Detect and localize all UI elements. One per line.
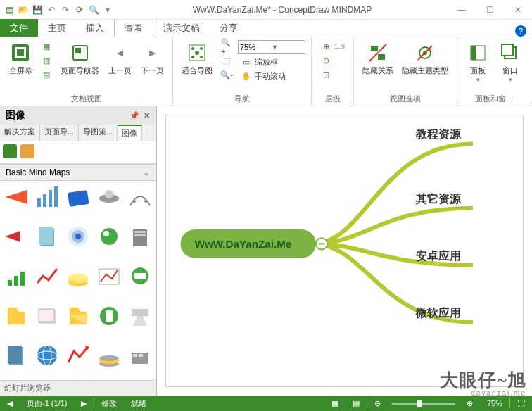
clip-item[interactable] [1,301,31,331]
fullscreen-button[interactable]: 全屏幕 [6,40,35,77]
sb-fit-icon[interactable]: ⛶ [510,396,532,411]
clip-item[interactable] [32,182,62,212]
svg-rect-40 [134,231,146,233]
tab-share[interactable]: 分享 [210,19,248,37]
branch-node[interactable]: 教程资源 [415,127,462,140]
prev-page-button[interactable]: ◀ 上一页 [105,40,134,77]
clip-item[interactable] [32,261,62,291]
sb-zoom-out-icon[interactable]: ⊖ [367,396,388,411]
clip-item[interactable] [94,341,124,370]
undo-icon[interactable]: ↶ [45,4,58,16]
panel-button[interactable]: 面板 ▾ [463,40,493,84]
sb-zoom-value[interactable]: 75% [480,396,509,411]
clip-item[interactable] [125,341,155,370]
next-page-button[interactable]: ▶ 下一页 [137,40,167,77]
clip-item[interactable] [125,222,155,251]
zoom-slider[interactable] [392,403,455,405]
hide-relations-button[interactable]: 隐藏关系 [360,40,396,77]
small-icon-2[interactable]: ▥ [38,54,55,67]
zoom-combo[interactable]: 75%▼ [238,40,305,54]
clip-item[interactable] [1,222,31,251]
help-icon[interactable]: ? [515,25,526,37]
clip-item[interactable] [125,301,155,331]
canvas[interactable]: 教程资源 其它资源 安卓应用 微软应用 WwW.DaYanZai.Me [165,115,524,387]
ptab-solution[interactable]: 解决方案 [0,125,40,141]
zoom-in-button[interactable]: 🔍+ [218,40,235,53]
zoombox-button[interactable]: ▭缩放框 [238,56,305,68]
sb-view-icon-2[interactable]: ▤ [346,396,367,411]
svg-point-63 [99,355,119,361]
watermark-sub: dayanzai.me [471,389,526,396]
panel-close-icon[interactable]: ✕ [144,111,150,120]
open-icon[interactable]: 📂 [17,4,30,16]
expand-button[interactable]: ⊕1..9 [317,40,348,53]
clip-item[interactable] [32,301,62,331]
tab-present[interactable]: 演示文稿 [153,19,210,37]
clip-item[interactable] [63,222,93,251]
clip-item[interactable] [1,341,31,370]
file-tab[interactable]: 文件 [0,19,38,37]
tab-home[interactable]: 主页 [38,19,76,37]
clip-item[interactable] [94,301,124,331]
clip-item[interactable] [63,182,93,212]
save-icon[interactable]: 💾 [31,4,44,16]
clip-item[interactable] [94,222,124,251]
qat-dropdown-icon[interactable]: ▾ [101,4,114,16]
level-more-button[interactable]: ⊡ [317,68,348,81]
branch-node[interactable]: 安卓应用 [416,249,461,262]
tab-insert[interactable]: 插入 [76,19,114,37]
ptab-image[interactable]: 图像 [118,125,142,141]
clip-item[interactable] [32,341,62,370]
small-icon-3[interactable]: ▤ [38,68,55,81]
branch-node[interactable]: 其它资源 [415,192,462,205]
accordion-header[interactable]: Basic Mind Maps ⌄ [0,164,156,181]
svg-point-47 [68,274,88,281]
close-button[interactable]: ✕ [504,1,532,19]
toolbar-chip-1[interactable] [3,144,17,158]
clip-item[interactable] [32,222,62,251]
clip-item[interactable] [1,261,31,291]
window-button[interactable]: 窗口 ▾ [495,40,525,84]
group-panels: 面板 ▾ 窗口 ▾ 面板和窗口 [457,37,531,106]
toolbar-chip-2[interactable] [20,144,34,158]
maximize-button[interactable]: ☐ [476,1,504,19]
navigator-button[interactable]: 页面导航器 [58,40,102,77]
ptab-mapstrat[interactable]: 导图策... [79,125,118,141]
group-viewopt: 隐藏关系 隐藏主题类型 视图选项 [354,37,457,106]
fit-map-button[interactable]: 适合导图 [179,40,215,77]
minimize-button[interactable]: — [448,1,476,19]
svg-point-10 [195,51,199,55]
collapse-button[interactable]: ⊖ [317,54,348,67]
branch-node[interactable]: 微软应用 [415,306,461,319]
canvas-area[interactable]: 教程资源 其它资源 安卓应用 微软应用 WwW.DaYanZai.Me 大眼仔~… [156,106,532,396]
zoom-out-button[interactable]: 🔍- [218,68,235,81]
ptab-pagenav[interactable]: 页面导... [40,125,79,141]
clip-item[interactable] [94,182,124,212]
handscroll-button[interactable]: ✋手动滚动 [238,70,305,82]
clip-item[interactable] [63,301,93,331]
svg-rect-18 [471,46,476,60]
clip-item[interactable] [1,182,31,212]
zoom-icon[interactable]: 🔍 [87,4,100,16]
pin-icon[interactable]: 📌 [129,111,139,120]
clip-item[interactable] [125,182,155,212]
clip-item[interactable] [94,261,124,291]
svg-rect-65 [133,354,137,357]
small-icon-1[interactable]: ▦ [38,40,55,53]
new-icon[interactable]: ▤ [3,4,15,16]
tab-view[interactable]: 查看 [114,20,153,37]
sb-prev-icon[interactable]: ◀ [0,396,20,411]
sb-page-info[interactable]: 页面-1 (1/1) [20,396,74,411]
zoom-actual-button[interactable]: ⬚ [218,54,235,67]
panel-footer[interactable]: 幻灯片浏览器 [0,380,156,396]
clip-item[interactable] [63,261,93,291]
redo-icon[interactable]: ↷ [59,4,72,16]
svg-rect-23 [43,194,46,207]
sb-view-icon-1[interactable]: ▦ [324,396,346,411]
clip-item[interactable] [125,261,155,291]
clip-item[interactable] [63,341,93,370]
hide-topic-type-button[interactable]: 隐藏主题类型 [399,40,451,77]
sb-zoom-in-icon[interactable]: ⊕ [460,396,480,411]
refresh-icon[interactable]: ⟳ [73,4,86,16]
sb-next-icon[interactable]: ▶ [74,396,94,411]
